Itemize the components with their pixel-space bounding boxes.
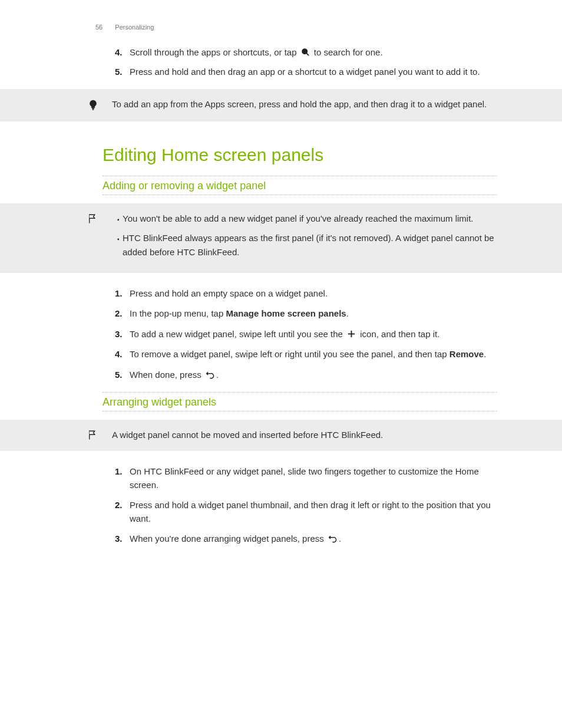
lightbulb-icon bbox=[87, 98, 104, 113]
step-number: 5. bbox=[115, 65, 123, 79]
step-item: 1.On HTC BlinkFeed or any widget panel, … bbox=[130, 465, 497, 492]
step-number: 3. bbox=[115, 328, 123, 341]
subsection-adding-removing: Adding or removing a widget panel bbox=[103, 176, 497, 195]
step-item: 5.When done, press . bbox=[130, 368, 497, 382]
tip-box: To add an app from the Apps screen, pres… bbox=[0, 89, 562, 121]
page-number: 56 bbox=[95, 24, 103, 31]
step-number: 1. bbox=[115, 465, 123, 479]
step-number: 2. bbox=[115, 499, 123, 512]
strong-text: Manage home screen panels bbox=[226, 308, 346, 318]
svg-line-1 bbox=[306, 53, 309, 55]
step-item: 3.When you're done arranging widget pane… bbox=[130, 532, 497, 546]
step-item: 4.To remove a widget panel, swipe left o… bbox=[130, 348, 497, 361]
manual-page: 56 Personalizing 4.Scroll through the ap… bbox=[0, 0, 562, 588]
running-header: 56 Personalizing bbox=[95, 24, 497, 31]
header-section: Personalizing bbox=[115, 24, 154, 31]
step-number: 2. bbox=[115, 307, 123, 321]
step-number: 4. bbox=[115, 348, 123, 361]
back-icon bbox=[206, 371, 214, 379]
back-icon bbox=[328, 535, 337, 543]
step-item: 5.Press and hold and then drag an app or… bbox=[130, 65, 497, 79]
step-number: 1. bbox=[115, 287, 123, 301]
top-steps-list: 4.Scroll through the apps or shortcuts, … bbox=[82, 46, 497, 78]
sub1-steps: 1.Press and hold an empty space on a wid… bbox=[82, 287, 497, 382]
subsection-arranging: Arranging widget panels bbox=[103, 392, 497, 411]
note-item: HTC BlinkFeed always appears as the firs… bbox=[123, 231, 497, 259]
section-title: Editing Home screen panels bbox=[103, 145, 497, 165]
step-number: 3. bbox=[115, 532, 123, 546]
note-box-1: You won't be able to add a new widget pa… bbox=[0, 203, 562, 273]
step-item: 3.To add a new widget panel, swipe left … bbox=[130, 328, 497, 341]
strong-text: Remove bbox=[449, 349, 484, 359]
note-item: You won't be able to add a new widget pa… bbox=[123, 212, 497, 225]
svg-point-0 bbox=[302, 49, 307, 54]
step-item: 2.Press and hold a widget panel thumbnai… bbox=[130, 499, 497, 525]
flag-icon bbox=[87, 429, 104, 443]
note-box-1-content: You won't be able to add a new widget pa… bbox=[112, 212, 497, 265]
step-number: 4. bbox=[115, 46, 123, 60]
step-item: 4.Scroll through the apps or shortcuts, … bbox=[130, 46, 497, 60]
note-box-2-text: A widget panel cannot be moved and inser… bbox=[112, 428, 497, 442]
search-icon bbox=[301, 48, 310, 57]
step-item: 1.Press and hold an empty space on a wid… bbox=[130, 287, 497, 301]
note-box-2: A widget panel cannot be moved and inser… bbox=[0, 420, 562, 451]
note-box-1-list: You won't be able to add a new widget pa… bbox=[112, 212, 497, 259]
tip-text: To add an app from the Apps screen, pres… bbox=[112, 97, 497, 111]
flag-icon bbox=[87, 213, 104, 226]
sub2-steps: 1.On HTC BlinkFeed or any widget panel, … bbox=[82, 465, 497, 546]
step-item: 2.In the pop-up menu, tap Manage home sc… bbox=[130, 307, 497, 321]
plus-icon bbox=[347, 330, 356, 338]
step-number: 5. bbox=[115, 368, 123, 382]
